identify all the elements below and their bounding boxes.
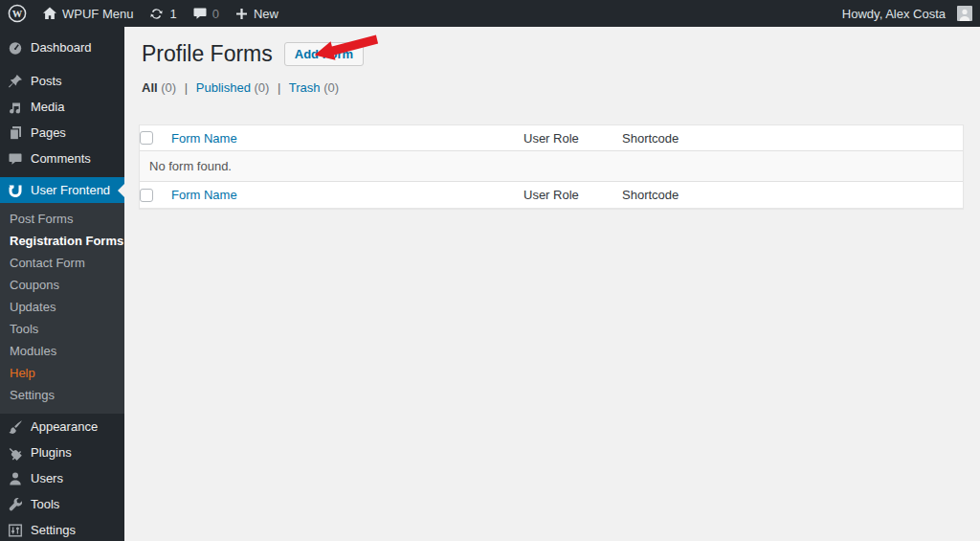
site-menu[interactable]: WPUF Menu [34, 0, 141, 27]
media-icon [8, 100, 23, 115]
plus-icon [234, 7, 249, 21]
submenu-item-coupons[interactable]: Coupons [0, 274, 124, 296]
column-form-name[interactable]: Form Name [171, 188, 237, 202]
sidebar-item-label: Appearance [31, 419, 98, 434]
comment-bubble-icon [192, 6, 208, 21]
sidebar-item-label: User Frontend [31, 183, 110, 197]
comments-count: 0 [212, 7, 219, 21]
submenu-item-help[interactable]: Help [0, 362, 124, 384]
new-label: New [254, 7, 278, 21]
sidebar-item-label: Users [31, 471, 63, 485]
submenu-item-settings[interactable]: Settings [0, 384, 124, 406]
settings-sliders-icon [8, 523, 23, 538]
user-frontend-icon [8, 183, 23, 198]
sidebar-item-media[interactable]: Media [0, 94, 124, 120]
sidebar-item-users[interactable]: Users [0, 465, 124, 491]
dashboard-icon [8, 40, 23, 56]
sidebar-item-pages[interactable]: Pages [0, 120, 124, 146]
column-user-role: User Role [523, 131, 579, 146]
sidebar-item-label: Posts [31, 74, 62, 88]
sidebar-item-label: Plugins [31, 445, 72, 460]
updates-count: 1 [169, 7, 176, 21]
submenu-item-modules[interactable]: Modules [0, 340, 124, 362]
sidebar-item-label: Dashboard [31, 40, 92, 55]
filter-published[interactable]: Published [196, 80, 251, 95]
filter-separator: | [185, 80, 188, 95]
column-user-role: User Role [523, 188, 579, 202]
sidebar-item-plugins[interactable]: Plugins [0, 440, 124, 465]
table-row: No form found. [140, 151, 963, 181]
submenu-item-post-forms[interactable]: Post Forms [0, 208, 124, 230]
sidebar-item-user-frontend[interactable]: User Frontend [0, 177, 124, 203]
updates-icon [148, 6, 165, 22]
sidebar-item-label: Comments [31, 151, 91, 166]
submenu-item-registration-forms[interactable]: Registration Forms [0, 230, 124, 252]
sidebar-item-tools[interactable]: Tools [0, 491, 124, 517]
site-name: WPUF Menu [62, 7, 133, 21]
pushpin-icon [8, 74, 23, 89]
howdy-text: Howdy, Alex Costa [842, 7, 946, 21]
table-header-row: Form Name User Role Shortcode [140, 125, 963, 151]
table-footer-row: Form Name User Role Shortcode [140, 181, 963, 208]
empty-message: No form found. [140, 151, 963, 181]
paintbrush-icon [8, 419, 23, 435]
account-menu[interactable]: Howdy, Alex Costa [835, 0, 980, 27]
filter-all[interactable]: All [142, 80, 158, 95]
filter-trash-count: (0) [323, 80, 339, 95]
column-shortcode: Shortcode [622, 131, 679, 146]
avatar [957, 6, 972, 21]
user-icon [8, 471, 23, 486]
wordpress-logo-icon: W [8, 4, 27, 23]
submenu-item-tools[interactable]: Tools [0, 318, 124, 340]
wrench-icon [8, 497, 23, 512]
forms-list-table: Form Name User Role Shortcode No form fo… [139, 124, 964, 209]
admin-sidebar: Dashboard Posts Media [0, 27, 124, 541]
filter-separator: | [278, 80, 280, 95]
svg-text:W: W [12, 9, 23, 19]
home-icon [42, 6, 57, 21]
pages-icon [8, 125, 23, 141]
comments-icon [8, 151, 23, 167]
sidebar-item-label: Pages [31, 125, 66, 140]
sidebar-item-posts[interactable]: Posts [0, 68, 124, 94]
sidebar-item-label: Tools [31, 497, 59, 511]
filter-published-count: (0) [255, 80, 270, 95]
sidebar-item-comments[interactable]: Comments [0, 146, 124, 171]
sidebar-item-label: Media [31, 100, 64, 114]
select-all-checkbox[interactable] [140, 189, 153, 202]
filter-trash[interactable]: Trash [289, 80, 321, 95]
status-filters: All (0) | Published (0) | Trash (0) [142, 80, 980, 95]
sidebar-separator [0, 60, 124, 68]
updates-menu[interactable]: 1 [141, 0, 184, 27]
column-form-name[interactable]: Form Name [171, 131, 237, 146]
submenu-item-contact-form[interactable]: Contact Form [0, 252, 124, 274]
page-title: Profile Forms [142, 40, 273, 68]
column-shortcode: Shortcode [622, 188, 679, 202]
new-content-menu[interactable]: New [227, 0, 286, 27]
admin-bar: W WPUF Menu 1 0 [0, 0, 980, 27]
sidebar-item-dashboard[interactable]: Dashboard [0, 34, 124, 60]
red-arrow-annotation [310, 34, 379, 62]
filter-all-count: (0) [161, 80, 176, 95]
wordpress-logo-menu[interactable]: W [0, 0, 34, 27]
sidebar-item-label: Settings [31, 523, 76, 537]
main-content: Profile Forms Add Form All (0) | Publish… [124, 27, 980, 541]
user-frontend-submenu: Post Forms Registration Forms Contact Fo… [0, 203, 124, 414]
submenu-item-updates[interactable]: Updates [0, 296, 124, 318]
select-all-checkbox[interactable] [140, 131, 153, 145]
sidebar-item-settings[interactable]: Settings [0, 517, 124, 541]
comments-menu[interactable]: 0 [185, 0, 227, 27]
plug-icon [8, 445, 23, 461]
sidebar-item-appearance[interactable]: Appearance [0, 414, 124, 440]
